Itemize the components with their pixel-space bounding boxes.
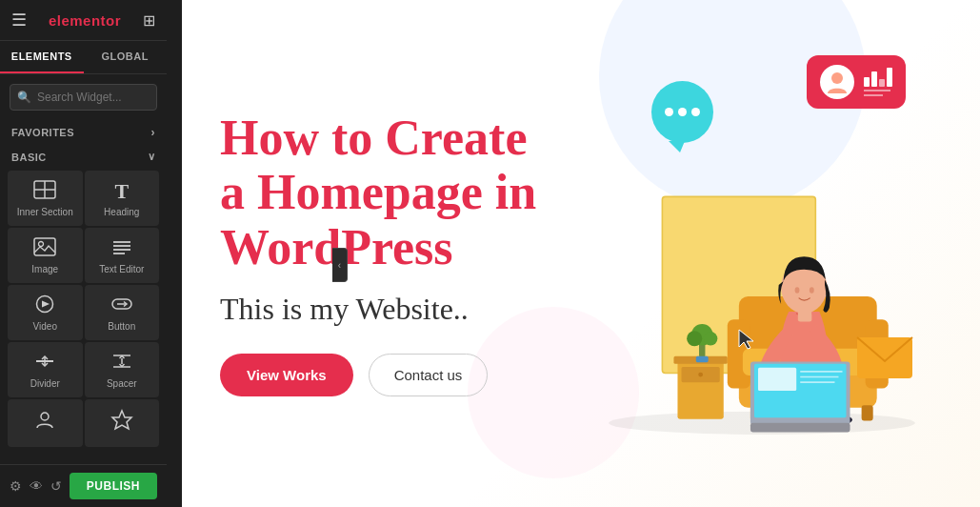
svg-point-18 <box>41 413 49 420</box>
grid-icon[interactable]: ⊞ <box>143 11 155 30</box>
svg-marker-10 <box>42 301 50 308</box>
widget-button[interactable]: Button <box>85 285 160 340</box>
widget-image[interactable]: Image <box>8 228 83 283</box>
svg-rect-52 <box>798 311 811 322</box>
hamburger-icon[interactable]: ☰ <box>11 10 27 30</box>
spacer-label: Spacer <box>107 378 137 390</box>
search-icon: 🔍 <box>17 91 31 104</box>
video-label: Video <box>33 321 57 333</box>
heading-icon: T <box>114 181 129 202</box>
search-box: 🔍 <box>10 84 157 111</box>
search-input[interactable] <box>10 84 157 111</box>
text-editor-label: Text Editor <box>99 264 144 275</box>
icon2-icon <box>110 409 133 435</box>
svg-marker-19 <box>112 411 131 429</box>
widgets-grid: Inner Section T Heading Image <box>0 167 167 451</box>
svg-rect-32 <box>696 356 709 362</box>
collapse-icon: ‹ <box>338 260 341 271</box>
main-content: How to Create a Homepage in WordPress Th… <box>182 0 980 507</box>
svg-point-31 <box>704 332 717 345</box>
mouse-cursor <box>737 328 756 355</box>
chat-bubble <box>651 81 713 143</box>
divider-label: Divider <box>30 378 60 390</box>
sub-heading: This is my Website.. <box>220 292 582 327</box>
page-preview: How to Create a Homepage in WordPress Th… <box>182 0 980 507</box>
svg-rect-48 <box>750 423 850 433</box>
spacer-icon <box>110 352 133 374</box>
image-icon <box>33 237 56 259</box>
analytics-badge <box>807 55 906 109</box>
svg-point-30 <box>687 331 702 346</box>
svg-point-4 <box>39 242 44 247</box>
image-label: Image <box>31 264 58 275</box>
widget-icon2[interactable] <box>85 399 160 447</box>
basic-label: BASIC <box>11 152 47 163</box>
svg-rect-24 <box>677 357 723 418</box>
text-area: How to Create a Homepage in WordPress Th… <box>220 111 582 396</box>
widget-spacer[interactable]: Spacer <box>85 342 160 397</box>
button-label: Button <box>108 321 135 333</box>
view-works-button[interactable]: View Works <box>220 354 353 396</box>
svg-rect-3 <box>34 238 55 255</box>
sidebar-footer: ⚙ 👁 ↺ PUBLISH <box>0 464 167 507</box>
svg-point-20 <box>831 72 843 84</box>
tab-elements[interactable]: ELEMENTS <box>0 41 84 73</box>
sidebar-header: ☰ elementor ⊞ <box>0 0 167 41</box>
illustration-svg <box>601 116 923 469</box>
svg-point-50 <box>795 287 800 293</box>
icon1-icon <box>33 409 56 435</box>
settings-icon[interactable]: ⚙ <box>10 478 22 494</box>
widget-video[interactable]: Video <box>8 285 83 340</box>
text-editor-icon <box>110 237 133 259</box>
svg-point-27 <box>698 373 703 377</box>
footer-icons: ⚙ 👁 ↺ <box>10 478 62 494</box>
svg-rect-39 <box>862 405 873 420</box>
sidebar: ☰ elementor ⊞ ELEMENTS GLOBAL 🔍 FAVORITE… <box>0 0 167 507</box>
basic-chevron: ∨ <box>148 151 156 163</box>
video-icon <box>33 294 56 316</box>
main-heading: How to Create a Homepage in WordPress <box>220 111 582 274</box>
sidebar-collapse-handle[interactable]: ‹ <box>332 248 348 282</box>
widget-icon1[interactable] <box>8 399 83 447</box>
favorites-section[interactable]: FAVORITES › <box>0 120 167 145</box>
svg-point-51 <box>810 287 814 293</box>
widget-text-editor[interactable]: Text Editor <box>85 228 160 283</box>
inner-section-label: Inner Section <box>17 207 73 218</box>
widget-divider[interactable]: Divider <box>8 342 83 397</box>
favorites-chevron: › <box>151 126 156 139</box>
contact-us-button[interactable]: Contact us <box>369 354 489 396</box>
button-icon <box>110 294 133 316</box>
basic-section-header[interactable]: BASIC ∨ <box>0 145 167 167</box>
heading-label: Heading <box>104 207 139 218</box>
publish-button[interactable]: PUBLISH <box>70 473 157 499</box>
elementor-logo: elementor <box>49 12 121 29</box>
inner-section-icon <box>33 180 56 202</box>
button-group: View Works Contact us <box>220 354 582 396</box>
widget-inner-section[interactable]: Inner Section <box>8 171 83 226</box>
envelope-icon <box>856 336 913 383</box>
tab-global[interactable]: GLOBAL <box>84 41 168 73</box>
widget-heading[interactable]: T Heading <box>85 171 160 226</box>
eye-icon[interactable]: 👁 <box>30 478 43 494</box>
svg-rect-44 <box>758 368 796 391</box>
sidebar-tabs: ELEMENTS GLOBAL <box>0 41 167 74</box>
illustration-area <box>601 38 923 469</box>
favorites-label: FAVORITES <box>11 127 74 138</box>
divider-icon <box>33 352 56 374</box>
undo-icon[interactable]: ↺ <box>50 478 62 494</box>
